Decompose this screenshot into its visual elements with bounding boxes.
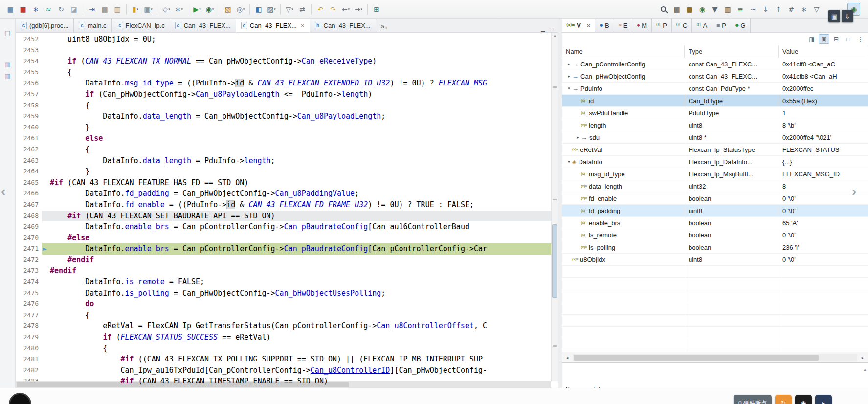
toolbar-button-build[interactable]: ◧ [252,3,265,16]
toolbar-button-registers-view[interactable]: ≡ [734,3,747,16]
view-tab-modules[interactable]: ◆M [632,19,652,32]
editor-tab-gdb-6-proc[interactable]: c(gdb[6].proc... [16,19,74,32]
column-header-value[interactable]: Value [779,45,868,58]
toolbar-button-terminate[interactable]: ■ [17,3,29,16]
toolbar-button-filter[interactable]: ▽▾ [283,3,296,16]
code-line-2478[interactable]: eRetVal = FlexCAN_Ip_GetTransferStatus(C… [42,320,551,332]
toolbar-button-view-table[interactable]: ▤ [98,3,111,16]
code-line-2452[interactable]: uint8 u8ObjIdx = 0U; [42,34,551,45]
code-line-2455[interactable]: { [42,67,551,78]
variable-row-fd-enable[interactable]: (x)=fd_enableboolean0 '\0' [562,192,868,205]
code-line-2453[interactable] [42,45,551,56]
toolbar-button-edit-config[interactable]: ◪ [67,3,80,16]
toolbar-button-last-edit-location[interactable]: ⊞ [370,3,383,16]
code-line-2479[interactable]: if (FLEXCAN_STATUS_SUCCESS == eRetVal) [42,332,551,343]
variable-row-enable-brs[interactable]: (x)=enable_brsboolean65 'A' [562,217,868,229]
taskbar-button-tool-orange[interactable]: ↻ [775,395,792,404]
overlay-button-float-download[interactable]: ⇩ [842,10,853,22]
toolbar-button-favorites[interactable]: ∗▾ [173,3,185,16]
column-divider[interactable] [779,58,779,352]
code-line-2457[interactable]: if (Can_pHwObjectConfig->Can_u8PayloadLe… [42,89,551,100]
code-line-2459[interactable]: DataInfo.data_length = Can_pHwObjectConf… [42,111,551,122]
overlay-button-float-restore[interactable]: ▣ [828,10,840,22]
view-tab-peripherals[interactable]: 01P [652,19,672,32]
left-chevron-icon[interactable]: ‹ [1,185,5,198]
scroll-up-icon[interactable]: ▲ [552,34,558,37]
code-line-2454[interactable]: if (CAN_43_FLEXCAN_TX_NORMAL == Can_pHwO… [42,56,551,67]
toolbar-button-disassembly-view[interactable]: ↓ [759,3,772,16]
variable-row-is-remote[interactable]: (x)=is_remoteboolean0 '\0' [562,229,868,241]
floating-ball[interactable] [9,393,31,404]
variable-row-can-pcontrollerconfig[interactable]: ▸→Can_pControllerConfigconst Can_43_FLEX… [562,58,868,70]
expand-icon[interactable]: ▸ [575,135,581,140]
toolbar-button-pin-editor[interactable]: ▼ [709,3,721,16]
variables-toolbar-columns-icon[interactable]: □ [843,34,854,44]
toolbar-button-view-grid[interactable]: ▥ [111,3,124,16]
code-line-2464[interactable]: } [42,166,551,177]
code-line-2474[interactable]: DataInfo.is_remote = FALSE; [42,276,551,288]
variable-row-msg-id-type[interactable]: (x)=msg_id_typeFlexcan_Ip_MsgBuffI...FLE… [562,168,868,180]
variables-toolbar-view-menu-icon[interactable]: ⋮ [855,34,866,44]
toolbar-button-step-commands[interactable]: ⇥ [86,3,98,16]
toolbar-button-filter-view[interactable]: ▽ [810,3,823,16]
toolbar-button-open-console[interactable]: ▤ [670,3,683,16]
overview-mark[interactable] [553,345,557,347]
scroll-thumb[interactable] [574,355,819,361]
code-line-2473[interactable]: #endif [42,265,551,276]
right-chevron-icon[interactable]: › [852,185,856,198]
toolbar-button-undo[interactable]: ↶ [314,3,327,16]
toolbar-button-back[interactable]: ←▾ [339,3,352,16]
maximize-button[interactable]: □ [550,26,553,32]
code-line-2466[interactable]: DataInfo.fd_padding = Can_pHwObjectConfi… [42,188,551,199]
toolbar-button-terminal-view[interactable]: # [785,3,798,16]
code-line-2476[interactable]: do [42,298,551,310]
toolbar-button-open-perspective[interactable]: ▦ [4,3,17,16]
vertical-scroll-thumb[interactable] [552,224,557,298]
code-editor[interactable]: 2452245324542455245624572458245924602461… [16,33,558,388]
code-line-2477[interactable]: { [42,310,551,321]
editor-vertical-scrollbar[interactable]: ▲ [551,33,558,381]
variable-row-length[interactable]: (x)=lengthuint88 '\b' [562,119,868,131]
collapse-icon[interactable]: ▾ [566,86,572,91]
code-line-2480[interactable]: { [42,343,551,354]
variable-row-swpduhandle[interactable]: (x)=swPduHandlePduIdType1 [562,107,868,119]
variables-horizontal-scrollbar[interactable]: ◂ ▸ [562,352,868,362]
expand-icon[interactable]: ▸ [566,74,572,79]
variable-row-can-phwobjectconfig[interactable]: ▸→Can_pHwObjectConfigconst Can_43_FLEXC.… [562,70,868,83]
close-view-icon[interactable]: × [587,22,591,29]
toolbar-button-build-all[interactable]: ▨▾ [265,3,278,16]
taskbar-button-tool-blue[interactable]: ▸ [815,395,832,404]
toolbar-button-debug-view[interactable]: ◉ [696,3,709,16]
code-line-2468[interactable]: #if (CAN_43_FLEXCAN_SET_BAUDRATE_API == … [42,211,551,222]
toolbar-button-snippets-view[interactable]: ∗ [798,3,810,16]
code-line-2465[interactable]: #if (CAN_43_FLEXCAN_FEATURE_HAS_FD == ST… [42,177,551,189]
code-line-2469[interactable]: DataInfo.enable_brs = Can_pControllerCon… [42,221,551,233]
toolbar-button-connect-target[interactable]: ≈ [42,3,55,16]
editor-tab-can-43-flex[interactable]: cCan_43_FLEX...× [236,18,310,32]
toolbar-button-new-wizard[interactable]: ∗ [29,3,42,16]
scroll-track[interactable] [573,354,857,361]
toolbar-button-coverage[interactable]: ▧ [222,3,234,16]
toolbar-button-run[interactable]: ▶▾ [191,3,203,16]
editor-panel-sash[interactable] [558,19,562,388]
editor-tab-can-43-flex[interactable]: hCan_43_FLEX... [310,19,376,32]
variable-row-sdu[interactable]: ▸→sduuint8 *0x2000ffe4 "\021' [562,131,868,144]
toolbar-button-cpp-perspective[interactable]: ▦ [683,3,696,16]
detail-scroll-up-icon[interactable]: ▲ [864,365,866,375]
view-tab-expressions[interactable]: ≈E [614,19,633,32]
view-tab-core-registers[interactable]: 01C [672,19,692,32]
variable-row-data-length[interactable]: (x)=data_lengthuint328 [562,180,868,192]
code-area[interactable]: uint8 u8ObjIdx = 0U; if (CAN_43_FLEXCAN_… [42,33,551,388]
code-line-2456[interactable]: DataInfo.msg_id_type = ((PduInfo->id & C… [42,78,551,89]
code-line-2467[interactable]: DataInfo.fd_enable = ((PduInfo->id & CAN… [42,199,551,211]
code-line-2462[interactable]: { [42,144,551,155]
scroll-right-button[interactable]: ▸ [858,355,867,360]
column-header-name[interactable]: Name [562,45,685,58]
variable-row-is-polling[interactable]: (x)=is_pollingboolean236 'ì' [562,241,868,254]
code-line-2463[interactable]: DataInfo.data_length = PduInfo->length; [42,155,551,167]
variable-row-fd-padding[interactable]: (x)=fd_paddinguint80 '\0' [562,205,868,217]
code-line-2483[interactable]: #if (CAN_43_FLEXCAN_TIMESTAMP_ENABLE == … [42,376,551,387]
taskbar-button-tool-black[interactable]: ◉ [795,395,812,404]
code-line-2472[interactable]: #endif [42,255,551,266]
editor-tab-can-43-flex[interactable]: cCan_43_FLEX... [170,19,236,32]
